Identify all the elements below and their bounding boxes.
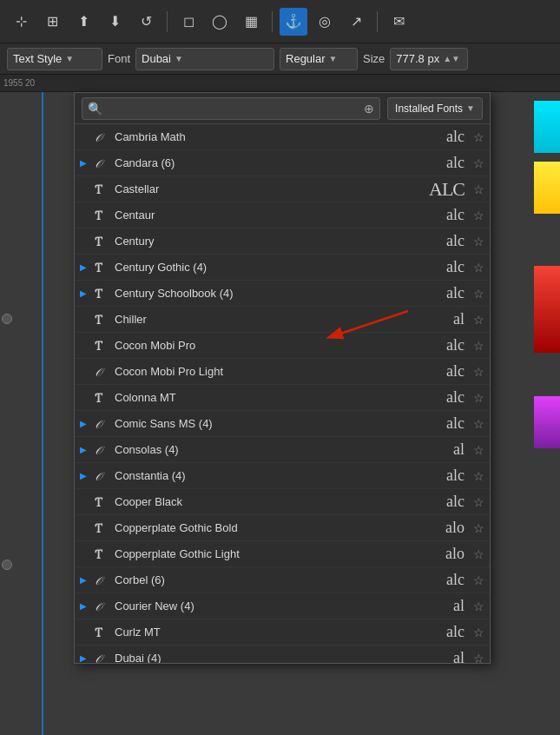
font-list-item[interactable]: ▶ƬCentury Gothic (4)alc☆ (75, 255, 490, 281)
ruler: 1955 20 (0, 75, 560, 92)
search-input-wrap[interactable]: 🔍 ⊕ (82, 97, 380, 120)
font-name: Constantia (4) (115, 469, 438, 482)
expand-icon[interactable]: ▶ (80, 471, 92, 480)
canvas-node-1 (2, 314, 12, 324)
expand-icon[interactable]: ▶ (80, 158, 92, 168)
circle-icon[interactable]: ◯ (206, 8, 234, 36)
favorite-star-icon[interactable]: ☆ (473, 417, 484, 431)
font-preview: al (438, 440, 464, 459)
favorite-star-icon[interactable]: ☆ (473, 261, 484, 275)
ot-font-icon: 𝒪 (92, 414, 111, 434)
expand-icon[interactable]: ▶ (80, 601, 92, 611)
favorite-star-icon[interactable]: ☆ (473, 182, 484, 196)
magnify-icon[interactable]: ⊕ (364, 102, 374, 116)
font-toolbar: Text Style ▼ Font Dubai ▼ Regular ▼ Size… (0, 43, 560, 75)
ot-font-icon: 𝒪 (92, 128, 111, 147)
font-list-item[interactable]: ▶𝒪Candara (6)alc☆ (75, 150, 490, 176)
expand-icon[interactable]: ▶ (80, 575, 92, 585)
font-list-item[interactable]: ƬCopperplate Gothic Boldalo☆ (75, 515, 490, 541)
favorite-star-icon[interactable]: ☆ (473, 573, 484, 587)
font-list-item[interactable]: ▶𝒪Corbel (6)alc☆ (75, 567, 490, 593)
font-list-item[interactable]: ▶𝒪Consolas (4)al☆ (75, 437, 490, 463)
mail-icon[interactable]: ✉ (385, 8, 412, 36)
resize-icon[interactable]: ⊞ (38, 8, 66, 36)
font-name: Cooper Black (115, 495, 438, 508)
favorite-star-icon[interactable]: ☆ (473, 156, 484, 170)
font-list-item[interactable]: ƬCooper Blackalc☆ (75, 489, 490, 515)
upload-icon[interactable]: ⬆ (69, 8, 97, 36)
font-preview: alo (438, 519, 464, 537)
font-list-item[interactable]: ƬCenturyalc☆ (75, 228, 490, 255)
anchor-icon[interactable]: ⚓ (280, 8, 307, 36)
blue-line (42, 92, 43, 735)
vector-icon[interactable]: ◻ (175, 8, 202, 36)
expand-icon[interactable]: ▶ (80, 288, 92, 298)
favorite-star-icon[interactable]: ☆ (473, 652, 484, 664)
font-list-item[interactable]: ƬChilleral☆ (75, 307, 490, 333)
main-toolbar: ⊹ ⊞ ⬆ ⬇ ↺ ◻ ◯ ▦ ⚓ ◎ ↗ ✉ (0, 0, 560, 43)
chat-icon[interactable]: ◎ (311, 8, 339, 36)
svg-text:𝒪: 𝒪 (95, 157, 105, 170)
installed-fonts-arrow: ▼ (466, 103, 475, 113)
favorite-star-icon[interactable]: ☆ (473, 235, 484, 248)
style-dropdown[interactable]: Regular ▼ (280, 48, 358, 70)
favorite-star-icon[interactable]: ☆ (473, 521, 484, 535)
favorite-star-icon[interactable]: ☆ (473, 287, 484, 301)
favorite-star-icon[interactable]: ☆ (473, 313, 484, 327)
font-list-item[interactable]: 𝒪Cambria Mathalc☆ (75, 124, 490, 150)
svg-text:Ƭ: Ƭ (95, 626, 103, 639)
canvas-node-2 (2, 560, 12, 570)
tt-font-icon: Ƭ (92, 493, 111, 512)
font-list-item[interactable]: 𝒪Cocon Mobi Pro Lightalc☆ (75, 359, 490, 385)
tt-font-icon: Ƭ (92, 232, 111, 251)
font-list-item[interactable]: ƬCastellarALC☆ (75, 176, 490, 202)
font-list-item[interactable]: ▶𝒪Constantia (4)alc☆ (75, 463, 490, 489)
favorite-star-icon[interactable]: ☆ (473, 443, 484, 457)
favorite-star-icon[interactable]: ☆ (473, 339, 484, 353)
font-list-item[interactable]: ▶𝒪Courier New (4)al☆ (75, 593, 490, 619)
favorite-star-icon[interactable]: ☆ (473, 209, 484, 222)
move-icon[interactable]: ⊹ (7, 8, 35, 36)
favorite-star-icon[interactable]: ☆ (473, 495, 484, 509)
expand-icon[interactable]: ▶ (80, 653, 92, 663)
font-name: Curlz MT (115, 626, 438, 639)
text-style-dropdown[interactable]: Text Style ▼ (7, 48, 102, 70)
size-arrow: ▲▼ (443, 54, 460, 63)
size-dropdown[interactable]: 777.8 px ▲▼ (390, 48, 468, 70)
font-list-item[interactable]: ƬCentauralc☆ (75, 202, 490, 228)
favorite-star-icon[interactable]: ☆ (473, 626, 484, 639)
favorite-star-icon[interactable]: ☆ (473, 547, 484, 561)
favorite-star-icon[interactable]: ☆ (473, 365, 484, 379)
svg-text:Ƭ: Ƭ (95, 288, 103, 301)
font-dropdown[interactable]: Dubai ▼ (135, 48, 274, 70)
refresh-icon[interactable]: ↺ (132, 8, 160, 36)
color-swatch-cyan (534, 101, 560, 153)
grid-icon[interactable]: ▦ (237, 8, 265, 36)
installed-fonts-button[interactable]: Installed Fonts ▼ (387, 97, 483, 120)
favorite-star-icon[interactable]: ☆ (473, 391, 484, 405)
font-list-item[interactable]: ƬCopperplate Gothic Lightalo☆ (75, 541, 490, 567)
svg-text:Ƭ: Ƭ (95, 209, 103, 222)
font-preview: alc (438, 623, 464, 641)
font-list-item[interactable]: ƬColonna MTalc☆ (75, 385, 490, 411)
favorite-star-icon[interactable]: ☆ (473, 599, 484, 613)
favorite-star-icon[interactable]: ☆ (473, 469, 484, 483)
download-icon[interactable]: ⬇ (101, 8, 128, 36)
expand-icon[interactable]: ▶ (80, 262, 92, 272)
favorite-star-icon[interactable]: ☆ (473, 130, 484, 144)
ot-font-icon: 𝒪 (92, 649, 111, 664)
font-list-item[interactable]: ƬCocon Mobi Proalc☆ (75, 333, 490, 359)
expand-icon[interactable]: ▶ (80, 419, 92, 428)
link-icon[interactable]: ↗ (342, 8, 370, 36)
font-list-item[interactable]: ▶𝒪Dubai (4)al☆ (75, 646, 490, 663)
font-list-item[interactable]: ▶ƬCentury Schoolbook (4)alc☆ (75, 281, 490, 307)
ruler-text: 1955 20 (3, 78, 35, 88)
font-list-item[interactable]: ▶𝒪Comic Sans MS (4)alc☆ (75, 411, 490, 437)
expand-icon[interactable]: ▶ (80, 445, 92, 454)
search-input[interactable] (106, 102, 360, 115)
font-list-item[interactable]: ƬCurlz MTalc☆ (75, 619, 490, 646)
font-preview: alc (438, 128, 464, 146)
font-preview: alc (438, 232, 464, 250)
font-preview: alc (438, 493, 464, 511)
font-preview: alc (438, 414, 464, 433)
